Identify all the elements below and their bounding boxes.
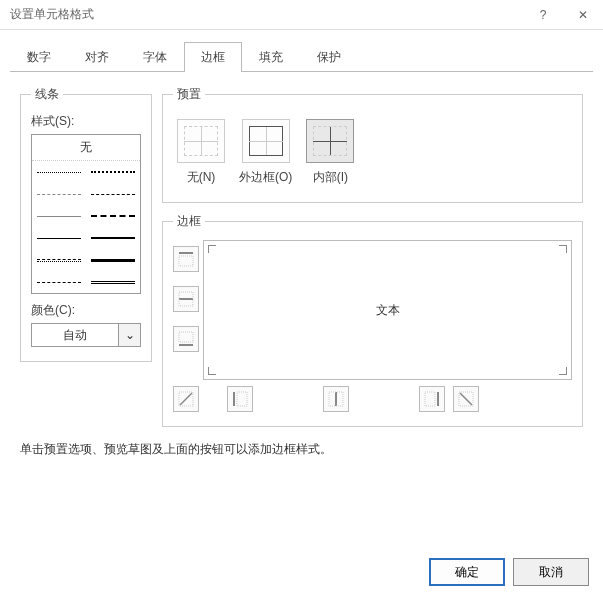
- line-style-item[interactable]: [86, 183, 140, 205]
- line-style-item[interactable]: [86, 227, 140, 249]
- close-button[interactable]: ✕: [563, 0, 603, 30]
- corner-marker: [559, 245, 567, 253]
- content-area: 线条 样式(S): 无 颜色(C: [0, 72, 603, 427]
- color-label: 颜色(C):: [31, 302, 141, 319]
- border-diag-up-button[interactable]: [173, 386, 199, 412]
- tab-border[interactable]: 边框: [184, 42, 242, 72]
- help-button[interactable]: ?: [523, 0, 563, 30]
- cancel-button[interactable]: 取消: [513, 558, 589, 586]
- svg-rect-5: [179, 332, 193, 342]
- line-style-item[interactable]: [86, 249, 140, 271]
- border-preview[interactable]: 文本: [203, 240, 572, 380]
- line-style-item[interactable]: [86, 271, 140, 293]
- line-fieldset: 线条 样式(S): 无 颜色(C: [20, 86, 152, 362]
- corner-marker: [559, 367, 567, 375]
- line-style-item[interactable]: [32, 161, 86, 183]
- preset-fieldset: 预置 无(N) 外边框(O) 内部(I): [162, 86, 583, 203]
- svg-rect-4: [179, 344, 193, 346]
- border-center-button[interactable]: [323, 386, 349, 412]
- svg-rect-12: [437, 392, 439, 406]
- border-fieldset: 边框 文本: [162, 213, 583, 427]
- tab-number[interactable]: 数字: [10, 42, 68, 72]
- tab-alignment[interactable]: 对齐: [68, 42, 126, 72]
- border-top-button[interactable]: [173, 246, 199, 272]
- border-right-button[interactable]: [419, 386, 445, 412]
- tab-protection[interactable]: 保护: [300, 42, 358, 72]
- right-column: 预置 无(N) 外边框(O) 内部(I) 边框: [162, 86, 583, 427]
- line-style-list[interactable]: 无: [31, 134, 141, 294]
- svg-rect-1: [179, 256, 193, 266]
- line-style-item[interactable]: [32, 249, 86, 271]
- chevron-down-icon[interactable]: ⌄: [118, 324, 140, 346]
- svg-rect-10: [335, 392, 337, 406]
- window-title: 设置单元格格式: [10, 6, 523, 23]
- line-style-item[interactable]: [86, 161, 140, 183]
- hint-text: 单击预置选项、预览草图及上面的按钮可以添加边框样式。: [0, 427, 603, 472]
- svg-line-14: [460, 393, 472, 405]
- svg-rect-2: [179, 298, 193, 300]
- svg-rect-13: [425, 392, 435, 406]
- preset-legend: 预置: [173, 86, 205, 103]
- border-legend: 边框: [173, 213, 205, 230]
- line-legend: 线条: [31, 86, 63, 103]
- preset-none[interactable]: 无(N): [177, 119, 225, 186]
- tab-fill[interactable]: 填充: [242, 42, 300, 72]
- line-style-item[interactable]: [32, 227, 86, 249]
- line-style-item[interactable]: [32, 205, 86, 227]
- ok-button[interactable]: 确定: [429, 558, 505, 586]
- line-style-item[interactable]: [86, 205, 140, 227]
- svg-rect-0: [179, 252, 193, 254]
- line-style-item[interactable]: [32, 183, 86, 205]
- tab-strip: 数字 对齐 字体 边框 填充 保护: [0, 30, 603, 72]
- border-bottom-button[interactable]: [173, 326, 199, 352]
- style-label: 样式(S):: [31, 113, 141, 130]
- border-middle-button[interactable]: [173, 286, 199, 312]
- svg-line-6: [180, 393, 192, 405]
- preview-text: 文本: [376, 302, 400, 319]
- corner-marker: [208, 367, 216, 375]
- line-style-none[interactable]: 无: [32, 135, 140, 161]
- dialog-footer: 确定 取消: [429, 558, 589, 586]
- line-color-select[interactable]: 自动 ⌄: [31, 323, 141, 347]
- border-left-button[interactable]: [227, 386, 253, 412]
- line-style-item[interactable]: [32, 271, 86, 293]
- svg-rect-8: [233, 392, 235, 406]
- preset-outline[interactable]: 外边框(O): [239, 119, 292, 186]
- svg-rect-9: [237, 392, 247, 406]
- title-bar: 设置单元格格式 ? ✕: [0, 0, 603, 30]
- line-color-value: 自动: [32, 327, 118, 344]
- border-diag-down-button[interactable]: [453, 386, 479, 412]
- corner-marker: [208, 245, 216, 253]
- preset-inside[interactable]: 内部(I): [306, 119, 354, 186]
- line-column: 线条 样式(S): 无 颜色(C: [20, 86, 144, 427]
- tab-font[interactable]: 字体: [126, 42, 184, 72]
